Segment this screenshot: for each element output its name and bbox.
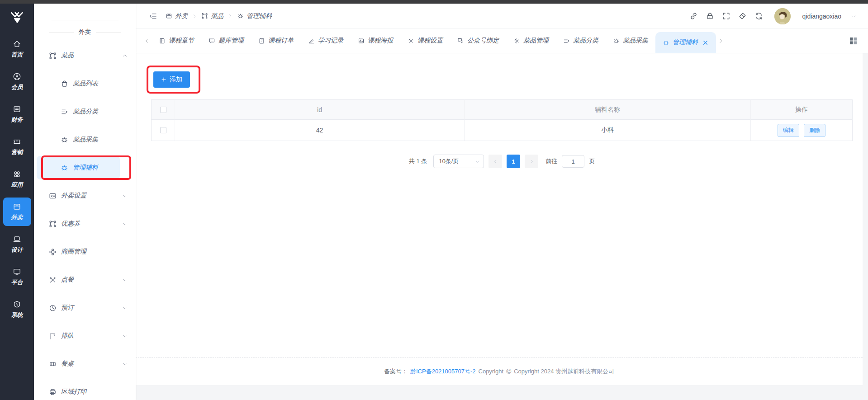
card-body: 添加 id 辅料名称 操作 42 xyxy=(136,53,863,357)
row-checkbox[interactable] xyxy=(160,127,166,133)
chevron-right-icon xyxy=(192,14,197,19)
sidebar-collapse-icon[interactable] xyxy=(149,12,157,20)
design-icon xyxy=(13,235,21,244)
sidebar-item-takeout-settings[interactable]: 外卖设置 xyxy=(34,182,136,210)
content-card: 添加 id 辅料名称 操作 42 xyxy=(136,53,863,385)
topbar: 外卖 菜品 管理辅料 xyxy=(136,0,868,29)
rail-item-label: 会员 xyxy=(11,83,23,91)
username[interactable]: qidiangaoxiao xyxy=(802,13,841,20)
lock-icon[interactable] xyxy=(706,12,714,20)
pen-icon xyxy=(308,38,315,44)
sidebar-item-area-print[interactable]: 区域打印 xyxy=(34,378,136,400)
page-size-select[interactable]: 10条/页 xyxy=(433,155,484,168)
rail-item-system[interactable]: 系统 xyxy=(3,295,31,324)
next-page-button[interactable] xyxy=(525,155,538,168)
tab-manage-ingredients[interactable]: 管理辅料 xyxy=(655,32,716,53)
sidebar-item-label: 优惠券 xyxy=(61,220,122,228)
tab-dish-category[interactable]: 菜品分类 xyxy=(556,28,606,53)
rail-item-finance[interactable]: 财务 xyxy=(3,100,31,128)
chevron-right-icon xyxy=(529,159,534,164)
tab-question-bank[interactable]: 题库管理 xyxy=(201,28,251,53)
chat-icon xyxy=(209,38,215,44)
tab-dish-management[interactable]: 菜品管理 xyxy=(506,28,556,53)
system-icon xyxy=(13,300,21,309)
cutlery-icon xyxy=(49,276,57,284)
delete-button[interactable]: 删除 xyxy=(804,124,825,137)
chevron-down-icon[interactable] xyxy=(851,14,856,19)
breadcrumb-item-dishes[interactable]: 菜品 xyxy=(201,12,223,20)
fullscreen-icon[interactable] xyxy=(722,12,730,20)
rail-item-design[interactable]: 设计 xyxy=(3,230,31,259)
copyright-symbol: © xyxy=(506,367,511,375)
prev-page-button[interactable] xyxy=(489,155,502,168)
rail-item-label: 外卖 xyxy=(11,213,23,221)
tabs-scroll-left-icon[interactable] xyxy=(142,28,152,53)
tab-official-account-binding[interactable]: 公众号绑定 xyxy=(450,28,506,53)
image-icon xyxy=(358,38,365,44)
clock-icon xyxy=(49,304,57,312)
sidebar-item-manage-ingredients[interactable]: 管理辅料 xyxy=(34,154,136,182)
breadcrumb-item-manage-ingredients[interactable]: 管理辅料 xyxy=(237,12,272,20)
sidebar-item-dish-collect[interactable]: 菜品采集 xyxy=(34,126,136,154)
sidebar-section-title-text: 外卖 xyxy=(79,28,91,36)
chevron-down-icon xyxy=(475,159,480,164)
chevron-left-icon xyxy=(493,159,498,164)
table-header-row: id 辅料名称 操作 xyxy=(152,100,852,119)
sidebar-item-coupons[interactable]: 优惠券 xyxy=(34,210,136,238)
document-icon xyxy=(258,38,265,44)
breadcrumb-item-takeout[interactable]: 外卖 xyxy=(166,12,188,20)
topbar-actions: qidiangaoxiao xyxy=(689,8,856,24)
app-logo[interactable] xyxy=(9,4,25,31)
beian-link[interactable]: 黔ICP备2021005707号-2 xyxy=(410,367,476,376)
sidebar-item-dish-category[interactable]: 菜品分类 xyxy=(34,98,136,126)
cell-actions: 编辑 删除 xyxy=(751,119,852,141)
link-icon[interactable] xyxy=(689,12,698,20)
tabs-scroll-right-icon[interactable] xyxy=(716,28,726,53)
sidebar-item-business-district[interactable]: 商圈管理 xyxy=(34,238,136,266)
bug-icon xyxy=(237,13,244,19)
rail-item-platform[interactable]: 平台 xyxy=(3,263,31,291)
goto-label: 前往 xyxy=(545,157,557,165)
add-button-wrap: 添加 xyxy=(153,71,190,88)
sidebar: 外卖 菜品 菜品列表 菜品分类 菜品采集 xyxy=(34,0,136,400)
rail-item-apps[interactable]: 应用 xyxy=(3,165,31,193)
tab-course-poster[interactable]: 课程海报 xyxy=(351,28,400,53)
rail-item-home[interactable]: 首页 xyxy=(3,35,31,63)
goto-page-input[interactable] xyxy=(562,155,584,168)
pagination-total: 共 1 条 xyxy=(409,157,427,165)
tab-dish-collect[interactable]: 菜品采集 xyxy=(606,28,655,53)
sidebar-section-title: 外卖 xyxy=(34,27,136,37)
add-button[interactable]: 添加 xyxy=(153,71,190,88)
sidebar-item-dishes[interactable]: 菜品 xyxy=(34,42,136,70)
tab-course-orders[interactable]: 课程订单 xyxy=(251,28,301,53)
tabs-grid-icon[interactable] xyxy=(849,28,857,53)
refresh-icon[interactable] xyxy=(754,12,763,20)
rail-item-member[interactable]: 会员 xyxy=(3,67,31,96)
select-all-checkbox[interactable] xyxy=(160,107,166,113)
close-icon[interactable] xyxy=(702,39,709,46)
drink-icon xyxy=(61,80,68,88)
logo-v-icon xyxy=(9,9,25,25)
sidebar-item-label: 区域打印 xyxy=(61,388,128,396)
tab-course-chapters[interactable]: 课程章节 xyxy=(152,28,201,53)
current-page-button[interactable]: 1 xyxy=(507,155,520,168)
tab-course-settings[interactable]: 课程设置 xyxy=(400,28,450,53)
tab-study-records[interactable]: 学习记录 xyxy=(301,28,351,53)
sidebar-item-label: 排队 xyxy=(61,332,122,340)
sidebar-item-tables[interactable]: 餐桌 xyxy=(34,350,136,378)
avatar[interactable] xyxy=(774,8,791,24)
sidebar-item-queue[interactable]: 排队 xyxy=(34,322,136,350)
theme-icon[interactable] xyxy=(738,12,747,20)
page-unit-label: 页 xyxy=(589,157,595,165)
sidebar-item-ordering[interactable]: 点餐 xyxy=(34,266,136,294)
sidebar-item-dish-list[interactable]: 菜品列表 xyxy=(34,70,136,98)
sidebar-item-label: 管理辅料 xyxy=(73,164,128,172)
takeout-icon xyxy=(13,202,21,211)
bug-icon xyxy=(663,39,669,46)
copyright-word: Copyright xyxy=(479,368,504,375)
rail-item-takeout[interactable]: 外卖 xyxy=(3,198,31,226)
edit-button[interactable]: 编辑 xyxy=(778,124,799,137)
sidebar-item-reservation[interactable]: 预订 xyxy=(34,294,136,322)
tabbar: 课程章节 题库管理 课程订单 学习记录 课程海报 课程设置 xyxy=(136,29,868,53)
rail-item-marketing[interactable]: 营销 xyxy=(3,132,31,161)
